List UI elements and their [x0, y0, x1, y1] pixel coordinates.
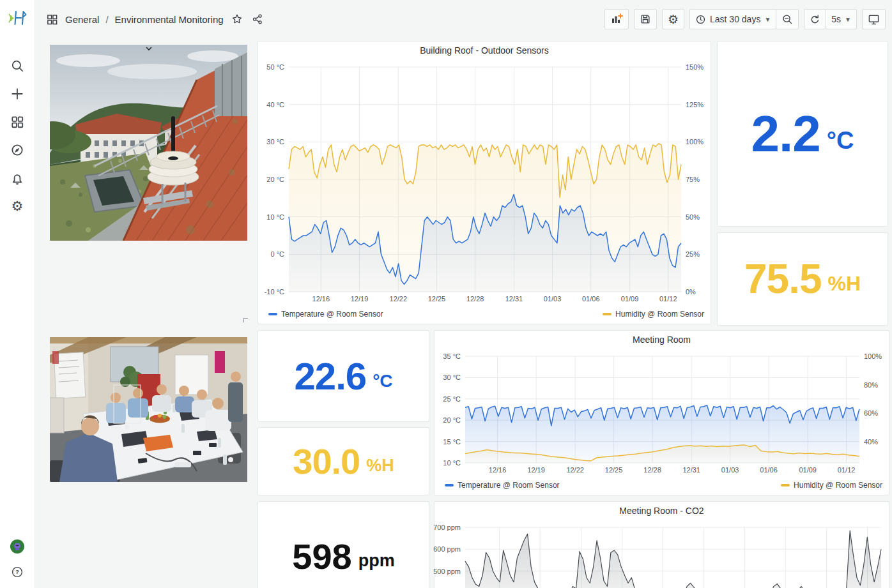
stat-value: 598 — [292, 536, 351, 577]
stat-value: 2.2 — [751, 105, 820, 163]
x-axis-tick-label: 01/03 — [544, 295, 562, 303]
star-icon[interactable] — [230, 12, 244, 26]
time-range-picker[interactable]: Last 30 days ▼ — [689, 9, 776, 29]
dashboard-grid-icon[interactable] — [45, 12, 59, 26]
x-axis-tick-label: 01/06 — [760, 466, 778, 474]
y-axis-right-tick-label: 40% — [864, 438, 878, 446]
panel-meeting-photo — [50, 337, 247, 482]
x-axis-tick-label: 12/25 — [428, 295, 446, 303]
breadcrumb-section[interactable]: General — [65, 14, 99, 25]
navbar-actions: ⚙ Last 30 days ▼ — [604, 9, 886, 29]
y-axis-tick-label: 0 °C — [270, 250, 284, 258]
chevron-down-icon: ▼ — [845, 16, 851, 23]
x-axis-tick-label: 12/28 — [466, 295, 484, 303]
y-axis-tick-label: 500 ppm — [433, 568, 461, 575]
user-avatar[interactable] — [10, 539, 24, 554]
y-axis-tick-label: -10 °C — [265, 288, 284, 296]
panel-outdoor-humidity-stat[interactable]: 75.5 %H — [717, 232, 888, 326]
panel-resize-handle[interactable] — [243, 318, 248, 322]
stat-outdoor-humidity: 75.5 %H — [744, 255, 861, 303]
stat-value: 30.0 — [293, 441, 360, 482]
y-axis-tick-label: 25 °C — [443, 395, 461, 403]
y-axis-tick-label: 30 °C — [266, 138, 284, 146]
panel-meeting-chart: Meeting Room 35 °C30 °C25 °C20 °C15 °C10… — [434, 330, 889, 495]
dashboard-settings-button[interactable]: ⚙ — [662, 9, 684, 29]
help-icon[interactable]: ? — [10, 565, 24, 579]
panel-outdoor-photo — [50, 45, 247, 241]
panel-outdoor-temperature-stat[interactable]: 2.2 °C — [717, 41, 888, 227]
x-axis-tick-label: 12/19 — [527, 466, 545, 474]
add-panel-button[interactable] — [604, 9, 629, 29]
legend-item-humidity[interactable]: Humidity @ Room Sensor — [781, 481, 882, 490]
stat-unit: %H — [828, 272, 861, 296]
y-axis-tick-label: 700 ppm — [433, 524, 461, 531]
configuration-gear-icon[interactable]: ⚙ — [10, 199, 24, 213]
outdoor-chart-plot[interactable]: 50 °C40 °C30 °C20 °C10 °C0 °C-10 °C150%1… — [258, 59, 711, 307]
stat-meeting-temperature: 22.6 °C — [294, 354, 392, 398]
y-axis-right-tick-label: 75% — [686, 176, 700, 183]
y-axis-tick-label: 35 °C — [443, 352, 461, 360]
panel-title[interactable]: Meeting Room - CO2 — [434, 502, 889, 520]
alerting-bell-icon[interactable] — [10, 171, 24, 185]
legend-swatch-yellow — [781, 484, 790, 486]
x-axis-tick-label: 12/31 — [505, 295, 523, 303]
refresh-interval-label: 5s — [831, 14, 841, 24]
y-axis-tick-label: 30 °C — [443, 373, 461, 381]
search-icon[interactable] — [10, 59, 24, 73]
legend-swatch-yellow — [603, 313, 611, 315]
meeting-chart-plot[interactable]: 35 °C30 °C25 °C20 °C15 °C10 °C100%80%60%… — [434, 349, 889, 478]
legend-swatch-blue — [445, 484, 454, 486]
y-axis-tick-label: 40 °C — [266, 101, 284, 109]
dashboard-canvas: Building Roof - Outdoor Sensors 50 °C40 … — [35, 38, 892, 588]
meeting-chart-legend: Temperature @ Room Sensor Humidity @ Roo… — [434, 478, 889, 495]
legend-label: Temperature @ Room Sensor — [281, 310, 383, 319]
explore-compass-icon[interactable] — [10, 143, 24, 157]
refresh-controls: 5s ▼ — [804, 9, 857, 29]
panel-co2-stat[interactable]: 598 ppm — [258, 501, 429, 588]
y-axis-right-tick-label: 60% — [864, 409, 878, 417]
refresh-button[interactable] — [804, 9, 826, 29]
stat-value: 22.6 — [294, 354, 366, 398]
y-axis-tick-label: 10 °C — [443, 459, 461, 467]
panel-menu-chevron-icon[interactable] — [145, 46, 153, 51]
y-axis-right-tick-label: 50% — [686, 213, 700, 221]
x-axis-tick-label: 01/12 — [838, 466, 856, 474]
meeting-photo — [50, 337, 247, 482]
x-axis-tick-label: 12/31 — [682, 466, 700, 474]
y-axis-tick-label: 600 ppm — [433, 545, 461, 553]
legend-swatch-blue — [268, 313, 277, 315]
legend-item-humidity[interactable]: Humidity @ Room Sensor — [603, 310, 704, 319]
panel-title[interactable]: Meeting Room — [434, 331, 889, 349]
co2-chart-plot[interactable]: 700 ppm600 ppm500 ppm400 ppm300 ppm12/16… — [434, 520, 889, 588]
create-plus-icon[interactable] — [10, 87, 24, 101]
refresh-interval-picker[interactable]: 5s ▼ — [826, 9, 857, 29]
x-axis-tick-label: 12/16 — [489, 466, 507, 474]
y-axis-tick-label: 15 °C — [443, 438, 461, 446]
stat-co2: 598 ppm — [292, 536, 394, 577]
stat-unit: ppm — [358, 551, 395, 571]
panel-title[interactable]: Building Roof - Outdoor Sensors — [258, 41, 711, 59]
share-icon[interactable] — [250, 12, 265, 26]
zoom-out-time-button[interactable] — [776, 9, 799, 29]
panel-meeting-temperature-stat[interactable]: 22.6 °C — [258, 330, 429, 422]
x-axis-tick-label: 01/12 — [659, 295, 677, 303]
save-dashboard-button[interactable] — [634, 9, 657, 29]
x-axis-tick-label: 12/22 — [566, 466, 584, 474]
legend-item-temperature[interactable]: Temperature @ Room Sensor — [268, 310, 383, 319]
x-axis-tick-label: 12/19 — [351, 295, 369, 303]
panel-outdoor-chart: Building Roof - Outdoor Sensors 50 °C40 … — [258, 41, 711, 324]
panel-co2-chart: Meeting Room - CO2 700 ppm600 ppm500 ppm… — [434, 501, 889, 588]
y-axis-right-tick-label: 25% — [686, 250, 700, 258]
cycle-view-mode-button[interactable] — [862, 9, 886, 29]
panel-meeting-humidity-stat[interactable]: 30.0 %H — [258, 427, 429, 495]
stat-unit: %H — [366, 456, 394, 476]
legend-item-temperature[interactable]: Temperature @ Room Sensor — [445, 481, 560, 490]
dashboards-icon[interactable] — [10, 115, 24, 129]
breadcrumb-title: Environmental Monitoring — [115, 14, 224, 25]
y-axis-right-tick-label: 100% — [686, 138, 704, 146]
time-range-label: Last 30 days — [710, 14, 760, 24]
stat-value: 75.5 — [744, 255, 822, 303]
breadcrumb-separator: / — [105, 14, 108, 25]
y-axis-tick-label: 10 °C — [266, 213, 284, 221]
app-logo-icon[interactable] — [7, 8, 27, 28]
